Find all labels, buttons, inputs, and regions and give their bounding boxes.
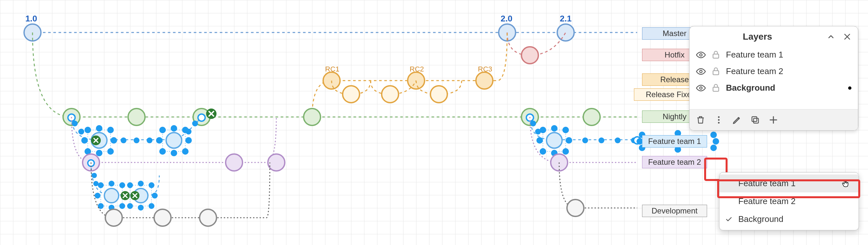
svg-point-38 [156,137,162,144]
layer-label: Feature team 2 [726,66,783,76]
duplicate-layer-button[interactable] [747,112,763,128]
layers-panel-title: Layers [696,32,819,42]
svg-point-106 [700,70,702,73]
layers-toolbar [689,109,858,130]
svg-point-48 [551,125,558,131]
svg-point-59 [615,137,621,143]
layer-row[interactable]: Feature team 1 [689,47,858,63]
lock-icon[interactable] [711,50,721,60]
svg-point-88 [119,203,125,209]
svg-point-79 [104,188,119,203]
check-icon [725,216,733,223]
more-layers-button[interactable] [711,112,726,128]
lock-icon[interactable] [711,67,721,76]
move-to-layer-menu[interactable]: Feature team 1 Feature team 2 Background [719,172,859,231]
svg-point-3 [522,47,538,64]
eye-icon[interactable] [696,50,706,60]
svg-point-92 [127,203,133,209]
branch-label-development[interactable]: Development [642,205,707,217]
svg-point-53 [536,137,543,144]
menu-item-label: Feature team 1 [738,178,796,188]
svg-point-102 [199,209,217,226]
svg-point-33 [171,125,177,131]
version-tag-3: 2.1 [560,13,571,24]
menu-item-background[interactable]: Background [719,210,859,228]
svg-point-8 [382,86,399,103]
svg-point-83 [98,182,104,188]
menu-item-feature-1[interactable]: Feature team 1 [719,175,859,192]
svg-point-52 [562,148,569,155]
layer-row[interactable]: Feature team 2 [689,63,858,80]
more-vertical-icon [714,115,724,125]
eye-icon[interactable] [696,67,706,76]
layers-panel[interactable]: Layers Feature team 1 Feature team 2 Bac… [689,26,858,131]
svg-point-101 [154,209,171,226]
version-tag-2: 2.0 [501,13,513,24]
svg-point-91 [149,182,154,188]
svg-point-75 [268,154,285,171]
svg-point-7 [343,86,360,103]
svg-point-39 [185,137,192,144]
svg-point-24 [85,127,91,133]
svg-point-36 [171,150,177,156]
svg-point-104 [700,54,702,56]
svg-point-6 [476,72,493,89]
selection-handles [68,114,719,156]
svg-point-2 [557,24,574,41]
layers-list: Feature team 1 Feature team 2 Background [689,44,858,109]
cursor-hand-icon [841,179,849,188]
svg-point-111 [718,119,720,121]
svg-point-74 [226,154,243,171]
svg-point-100 [105,209,122,226]
branch-label-feature-1[interactable]: Feature team 1 [642,135,707,148]
menu-item-label: Background [738,214,783,224]
svg-point-98 [93,181,98,186]
svg-point-103 [567,200,584,216]
svg-point-11 [128,109,145,125]
layer-row-active[interactable]: Background [689,80,858,96]
svg-rect-114 [752,117,757,122]
eye-icon[interactable] [696,83,706,93]
svg-point-49 [562,127,569,133]
layer-label: Background [726,83,775,93]
svg-point-37 [182,148,189,155]
collapse-icon[interactable] [827,32,835,41]
svg-point-110 [718,116,720,118]
svg-point-41 [134,137,140,143]
svg-point-96 [152,193,158,198]
svg-rect-107 [713,70,719,75]
svg-point-9 [430,86,447,103]
version-tag-1: 1.0 [25,13,37,24]
svg-point-56 [535,129,541,134]
svg-point-85 [119,182,125,188]
svg-point-29 [107,148,114,155]
svg-point-93 [138,205,144,211]
svg-point-57 [582,137,588,143]
svg-point-44 [79,129,84,134]
pencil-icon [732,115,742,125]
svg-point-95 [95,193,100,198]
edit-layer-button[interactable] [729,112,745,128]
svg-point-84 [108,181,115,186]
layer-label: Feature team 1 [726,50,783,60]
branch-label-feature-2[interactable]: Feature team 2 [642,156,707,168]
add-layer-button[interactable] [766,112,781,128]
svg-point-22 [547,132,562,148]
svg-point-89 [127,182,133,188]
close-icon[interactable] [843,32,851,41]
lock-icon[interactable] [711,83,721,93]
svg-point-50 [540,148,546,155]
rc-label-3: RC3 [478,65,492,73]
menu-item-feature-2[interactable]: Feature team 2 [719,192,859,210]
svg-point-30 [81,137,88,144]
svg-point-46 [186,129,191,134]
svg-point-90 [138,181,144,186]
svg-point-108 [700,87,702,89]
trash-icon [696,115,706,125]
plus-icon [769,115,778,125]
svg-point-42 [147,137,152,143]
active-layer-indicator [848,86,851,90]
svg-rect-105 [713,54,719,58]
svg-point-35 [159,148,166,155]
delete-layer-button[interactable] [693,112,708,128]
